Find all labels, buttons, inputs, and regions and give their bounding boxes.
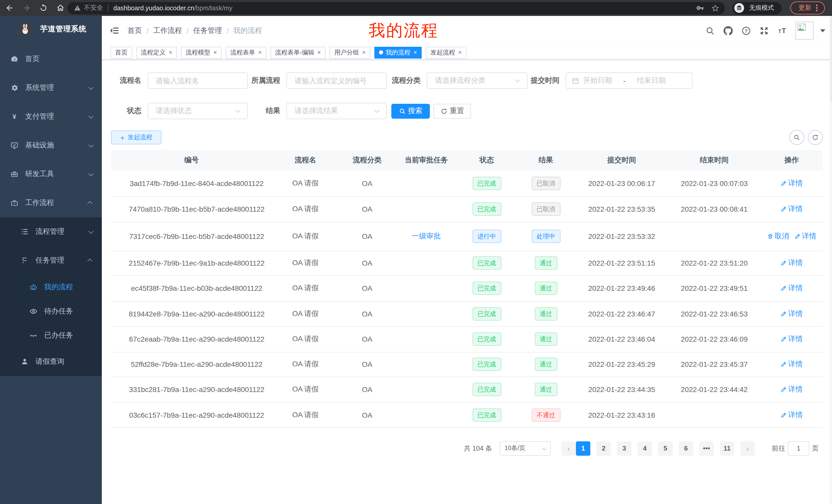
tab-close-icon[interactable]: × (362, 49, 366, 55)
detail-link[interactable]: 详情 (781, 284, 803, 293)
search-icon[interactable] (705, 26, 715, 35)
date-start-placeholder[interactable]: 开始日期 (583, 76, 612, 85)
tab-2[interactable]: 流程定义× (136, 47, 177, 58)
breadcrumb-item-1[interactable]: 首页 (128, 26, 142, 35)
tab-close-icon[interactable]: × (317, 49, 321, 55)
breadcrumb-item-3[interactable]: 任务管理 (193, 26, 222, 35)
home-icon[interactable] (56, 4, 65, 12)
toggle-search-button[interactable] (789, 130, 804, 145)
sidebar-item-11[interactable]: 已办任务 (0, 323, 102, 347)
detail-link[interactable]: 详情 (794, 232, 816, 241)
detail-link[interactable]: 详情 (781, 334, 803, 344)
plus-icon: + (120, 134, 125, 141)
bookmark-star-icon[interactable] (711, 4, 719, 12)
avatar-caret-icon[interactable] (820, 29, 825, 32)
prev-page-button[interactable]: ‹ (562, 441, 576, 455)
cell-submit-time: 2022-01-22 23:43:16 (575, 402, 668, 427)
hamburger-icon[interactable] (109, 26, 119, 35)
browser-window: 不安全 dashboard.yudao.iocoder.cn/bpm/task/… (0, 0, 832, 504)
forward-icon[interactable] (22, 4, 31, 12)
page-button-11[interactable]: 11 (720, 441, 734, 455)
filter-category-select[interactable]: 请选择流程分类 (427, 72, 527, 89)
tab-6[interactable]: 用户分组× (330, 47, 370, 58)
tab-close-icon[interactable]: × (258, 49, 262, 55)
sidebar-item-7[interactable]: 流程管理 (0, 217, 102, 246)
tab-close-icon[interactable]: × (458, 49, 462, 55)
page-button-3[interactable]: 3 (617, 441, 631, 455)
filter-process-input[interactable] (286, 72, 387, 89)
page-button-1[interactable]: 1 (576, 441, 590, 455)
passwords-key-icon[interactable] (696, 4, 704, 12)
page-button-6[interactable]: 6 (679, 441, 693, 455)
cell-submit-time: 2022-01-23 00:06:17 (575, 171, 668, 196)
tab-1[interactable]: 首页 (110, 47, 132, 58)
detail-link[interactable]: 详情 (781, 385, 803, 394)
address-bar[interactable]: 不安全 dashboard.yudao.iocoder.cn/bpm/task/… (67, 2, 725, 14)
chevron-up-icon (87, 201, 93, 206)
page-overlay-title: 我的流程 (369, 21, 439, 39)
sidebar-item-3[interactable]: ¥支付管理 (0, 102, 102, 131)
page-button-2[interactable]: 2 (597, 441, 611, 455)
tab-7[interactable]: 我的流程× (374, 47, 422, 58)
browser-menu-icon[interactable] (816, 5, 817, 11)
sidebar-item-4[interactable]: 基础设施 (0, 131, 102, 160)
breadcrumb-item-2[interactable]: 工作流程 (153, 26, 182, 35)
update-button[interactable]: 更新 (790, 2, 825, 15)
sidebar-item-1[interactable]: 首页 (0, 45, 102, 74)
github-icon[interactable] (724, 26, 733, 35)
help-icon[interactable]: ? (742, 26, 751, 35)
avatar[interactable] (796, 22, 813, 39)
sidebar-item-8[interactable]: 任务管理 (0, 246, 102, 275)
fullscreen-icon[interactable] (759, 26, 769, 35)
font-size-icon[interactable]: TT (778, 26, 787, 35)
date-end-placeholder[interactable]: 结束日期 (637, 76, 666, 85)
page-size-select[interactable]: 10条/页 (500, 441, 551, 455)
detail-link[interactable]: 详情 (781, 360, 803, 369)
goto-page-input[interactable] (788, 441, 809, 455)
tab-3[interactable]: 流程模型× (181, 47, 222, 58)
detail-link[interactable]: 详情 (781, 309, 803, 318)
sidebar-item-2[interactable]: 系统管理 (0, 74, 102, 102)
reset-button[interactable]: 重置 (434, 104, 471, 118)
sidebar-item-9[interactable]: 我的流程 (0, 275, 102, 299)
sidebar-item-10[interactable]: 待办任务 (0, 299, 102, 323)
page-button-5[interactable]: 5 (658, 441, 673, 455)
scrollbar-thumb[interactable] (830, 17, 832, 102)
reload-icon[interactable] (39, 4, 48, 12)
page-button-4[interactable]: 4 (638, 441, 652, 455)
filter-date-range[interactable]: 开始日期 - 结束日期 (566, 72, 693, 89)
cell-submit-time: 2022-01-22 23:44:35 (575, 376, 668, 402)
search-button[interactable]: 搜索 (391, 104, 430, 118)
tab-5[interactable]: 流程表单-编辑× (270, 47, 326, 58)
status-badge: 已完成 (472, 358, 501, 371)
sidebar-item-5[interactable]: 研发工具 (0, 160, 102, 189)
detail-link[interactable]: 详情 (781, 410, 803, 419)
list-icon (21, 228, 29, 236)
tab-4[interactable]: 流程表单× (226, 47, 266, 58)
create-process-button[interactable]: + 发起流程 (111, 131, 161, 144)
filter-result-select[interactable]: 请选择流结果 (286, 103, 387, 119)
filter-name-input[interactable] (148, 72, 248, 89)
svg-text:?: ? (745, 28, 748, 33)
filter-status-select[interactable]: 请选择状态 (148, 103, 248, 119)
task-link[interactable]: 一级审批 (412, 232, 441, 241)
tab-close-icon[interactable]: × (413, 49, 417, 55)
sidebar-logo[interactable]: 芋道管理系统 (0, 16, 102, 45)
cell-name: OA 请假 (272, 251, 339, 275)
sidebar-item-6[interactable]: 工作流程 (0, 189, 102, 217)
tab-8[interactable]: 发起流程× (426, 47, 466, 58)
page-ellipsis[interactable]: ••• (699, 441, 714, 455)
tab-close-icon[interactable]: × (213, 49, 217, 55)
refresh-table-button[interactable] (808, 130, 823, 145)
page-scrollbar[interactable] (829, 16, 832, 504)
next-page-button[interactable]: › (740, 441, 755, 455)
security-label[interactable]: 不安全 (84, 4, 103, 12)
cancel-link[interactable]: 取消 (767, 232, 789, 241)
detail-link[interactable]: 详情 (781, 179, 803, 188)
gear-icon (10, 84, 19, 92)
detail-link[interactable]: 详情 (781, 258, 803, 268)
sidebar-item-12[interactable]: 请假查询 (0, 347, 102, 376)
detail-link[interactable]: 详情 (781, 204, 803, 214)
back-icon[interactable] (5, 4, 14, 12)
tab-close-icon[interactable]: × (169, 49, 172, 55)
